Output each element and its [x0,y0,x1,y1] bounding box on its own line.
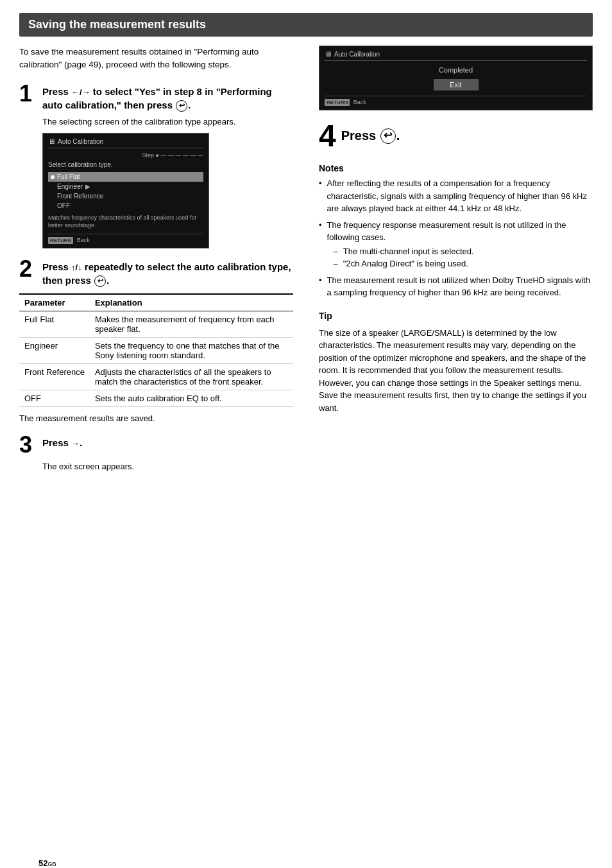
screen-title-icon: 🖥 [48,137,55,145]
param-engineer: Engineer [19,337,90,363]
return-button: RETURN [48,237,73,244]
step3-back-label: Back [353,99,366,105]
option-off: OFF [48,201,203,211]
sub-item-2: "2ch Analog Direct" is being used. [334,257,593,270]
step-indicator: Step ● — — — — — — [48,152,203,159]
completed-label: Completed [325,66,587,74]
col-parameter: Parameter [19,294,90,311]
note-item-1: After reflecting the results of a compen… [319,177,593,215]
return-btn-right: RETURN [325,99,350,106]
step-3-title: Press →. [42,433,82,449]
step3-back-bar: RETURN Back [325,96,587,106]
note-text-3: The measurement result is not utilized w… [327,274,593,299]
step3-screen-title: Auto Calibration [334,51,380,58]
step-4-title: Press ↩. [341,128,400,144]
page-number: 52GB [38,858,56,868]
note-item-2: The frequency response measurement resul… [319,219,593,270]
table-row: Engineer Sets the frequency to one that … [19,337,293,363]
explanation-engineer: Sets the frequency to one that matches t… [90,337,293,363]
explanation-off: Sets the auto calibration EQ to off. [90,390,293,406]
param-full-flat: Full Flat [19,311,90,337]
explanation-front-reference: Adjusts the characteristics of all the s… [90,363,293,390]
notes-section: Notes After reflecting the results of a … [319,163,593,299]
exit-button[interactable]: Exit [434,79,479,91]
calibration-table: Parameter Explanation Full Flat Makes th… [19,293,293,407]
note-sublist: The multi-channel input is selected. "2c… [327,245,593,270]
option-engineer: Engineer ▶ [48,182,203,191]
saved-text: The measurement results are saved. [19,413,293,423]
step-1-title: Press ←/→ to select "Yes" in step 8 in "… [42,82,293,112]
right-column: 🖥 Auto Calibration Completed Exit RETURN… [312,46,593,482]
tip-section: Tip The size of a speaker (LARGE/SMALL) … [319,309,593,415]
step-1-number: 1 [19,82,37,105]
back-label: Back [77,237,90,243]
sub-item-1: The multi-channel input is selected. [334,245,593,258]
select-label: Select calibration type. [48,161,203,168]
param-off: OFF [19,390,90,406]
step-3-desc: The exit screen appears. [42,460,293,473]
step-1-desc: The selecting screen of the calibration … [42,116,293,128]
selected-dot [51,175,55,179]
explanation-full-flat: Makes the measurement of frequency from … [90,311,293,337]
tip-text: The size of a speaker (LARGE/SMALL) is d… [319,327,593,415]
option-front-reference: Front Reference [48,191,203,201]
step-2-block: 2 Press ↑/↓ repeatedly to select the aut… [19,257,293,423]
intro-text: To save the measurement results obtained… [19,46,293,72]
tip-heading: Tip [319,309,593,323]
step-3-screen: 🖥 Auto Calibration Completed Exit RETURN… [319,46,593,110]
step-4-number: 4 [319,121,336,152]
step-4-block: 4 Press ↩. [319,121,593,152]
param-front-reference: Front Reference [19,363,90,390]
page-title: Saving the measurement results [19,13,593,37]
step-1-block: 1 Press ←/→ to select "Yes" in step 8 in… [19,82,293,248]
note-text-2: The frequency response measurement resul… [327,219,593,270]
col-explanation: Explanation [90,294,293,311]
note-text-1: After reflecting the results of a compen… [327,177,593,215]
step-2-title: Press ↑/↓ repeatedly to select the auto … [42,257,293,287]
arrow-right-icon: ▶ [85,183,90,190]
table-row: Full Flat Makes the measurement of frequ… [19,311,293,337]
table-row: Front Reference Adjusts the characterist… [19,363,293,390]
step-2-number: 2 [19,257,37,281]
notes-heading: Notes [319,163,593,173]
screen-icon-right: 🖥 [325,50,332,58]
sub-text-1: The multi-channel input is selected. [343,245,474,258]
table-row: OFF Sets the auto calibration EQ to off. [19,390,293,406]
sub-text-2: "2ch Analog Direct" is being used. [343,257,468,270]
screen-title-label: Auto Calibration [58,138,103,145]
left-column: To save the measurement results obtained… [19,46,300,482]
option-full-flat: Full Flat [48,172,203,182]
screen-footer: Matches frequency characteristics of all… [48,214,203,229]
step-3-number: 3 [19,433,37,456]
screen-back-bar: RETURN Back [48,234,203,244]
notes-list: After reflecting the results of a compen… [319,177,593,299]
step-3-block: 3 Press →. The exit screen appears. [19,433,293,473]
note-item-3: The measurement result is not utilized w… [319,274,593,299]
step-1-screen: 🖥 Auto Calibration Step ● — — — — — — Se… [42,133,209,248]
